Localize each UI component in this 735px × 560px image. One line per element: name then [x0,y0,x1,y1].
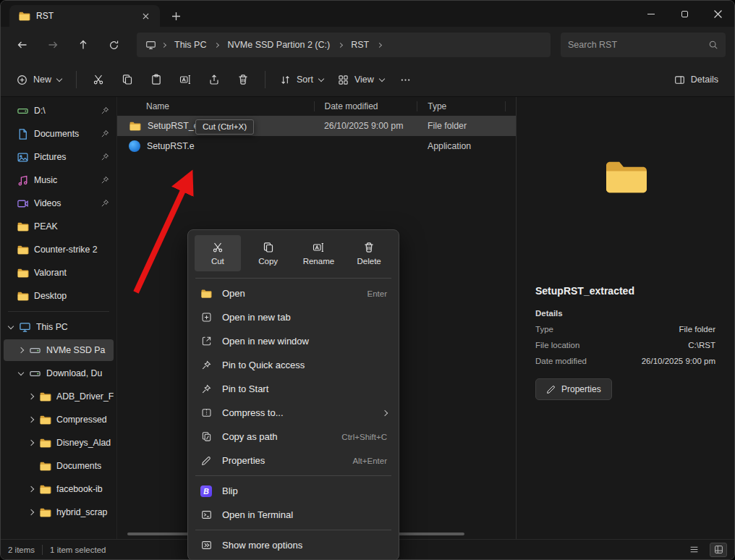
search-icon[interactable] [708,40,718,50]
sidebar-item-disneys-alad[interactable]: Disneys_Alad [4,432,114,454]
context-delete-button[interactable]: Delete [346,235,392,271]
menu-item-label: Open [222,288,358,299]
new-tab-button[interactable] [167,7,184,25]
breadcrumb-drive[interactable]: NVMe SSD Partion 2 (C:) [224,38,333,52]
up-button[interactable] [70,33,96,57]
menu-item-open[interactable]: Open Enter [191,281,396,305]
sidebar-item-nvme-ssd[interactable]: NVMe SSD Pa [4,339,114,361]
folder-open-icon [200,288,213,300]
sidebar-item-desktop[interactable]: Desktop [4,285,114,307]
details-toggle-button[interactable]: Details [668,67,724,92]
large-icons-view-toggle[interactable] [710,543,727,557]
menu-item-show-more-options[interactable]: Show more options [191,533,396,557]
forward-button[interactable] [40,33,66,57]
new-button[interactable]: New [11,67,67,92]
menu-item-open-in-terminal[interactable]: Open in Terminal [191,503,396,527]
copy-button[interactable] [114,67,140,92]
context-menu-quick-actions: Cut Copy Rename Delete [191,233,396,275]
quick-action-label: Cut [211,257,224,266]
file-date-modified: 26/10/2025 9:00 pm [314,121,417,131]
chevron-right-icon[interactable] [28,417,34,423]
explorer-tab[interactable]: RST [9,5,160,27]
properties-button[interactable]: Properties [535,378,612,400]
chevron-right-icon[interactable] [28,394,34,399]
copy-as-path-icon [200,431,213,442]
column-header-size[interactable]: Si [505,101,516,111]
chevron-right-icon [377,42,382,47]
breadcrumb-rst[interactable]: RST [348,38,372,52]
details-field-date-modified: Date modified 26/10/2025 9:00 pm [535,357,715,365]
search-input[interactable] [568,40,708,50]
sidebar-item-documents-folder[interactable]: Documents [4,455,114,477]
menu-item-open-in-new-window[interactable]: Open in new window [191,329,396,353]
chevron-right-icon[interactable] [28,486,34,492]
back-button[interactable] [9,33,35,57]
sidebar-item-download-drive[interactable]: Download, Du [4,362,114,384]
chevron-down-icon [379,75,385,81]
file-row-setuprst-extracted[interactable]: SetupRST_ext 26/10/2025 9:00 pm File fol… [117,116,516,136]
menu-item-pin-to-start[interactable]: Pin to Start [191,377,396,401]
sidebar-item-hybrid-scrap[interactable]: hybrid_scrap [4,501,114,523]
sort-button[interactable]: Sort [274,67,329,92]
details-title: SetupRST_extracted [535,285,734,297]
sidebar-item-peak[interactable]: PEAK [4,216,114,237]
cut-button[interactable] [85,67,111,92]
delete-icon [363,242,375,253]
rename-button[interactable] [172,67,198,92]
command-bar: New Sort View [1,63,734,97]
column-header-type[interactable]: Type [417,101,505,111]
sidebar-item-documents[interactable]: Documents [4,123,114,145]
ellipsis-icon [400,75,411,85]
pictures-icon [17,151,29,164]
sidebar-item-d-drive[interactable]: D:\ [4,100,114,122]
cut-tooltip: Cut (Ctrl+X) [195,119,254,135]
submenu-chevron-icon [382,410,388,415]
sidebar-item-counter-strike-2[interactable]: Counter-strike 2 [4,239,114,260]
chevron-right-icon[interactable] [18,347,24,353]
sidebar-item-adb-driver[interactable]: ADB_Driver_F [4,386,114,407]
chevron-right-icon[interactable] [28,440,34,446]
column-header-date-modified[interactable]: Date modified [314,101,417,111]
sidebar-item-pictures[interactable]: Pictures [4,146,114,168]
sidebar-item-facebook[interactable]: facebook-ib [4,478,114,500]
drive-icon [17,105,29,117]
column-headers: Name Date modified Type Si [117,97,516,116]
details-view-toggle[interactable] [685,543,702,557]
sidebar-item-this-pc[interactable]: This PC [4,316,114,338]
paste-button[interactable] [143,67,169,92]
sidebar-item-valorant[interactable]: Valorant [4,262,114,284]
column-header-name[interactable]: Name [117,101,314,111]
sidebar-item-videos[interactable]: Videos [4,192,114,214]
menu-item-blip[interactable]: B Blip [191,479,396,503]
menu-item-label: Blip [222,485,378,496]
context-rename-button[interactable]: Rename [295,235,341,271]
sidebar-item-compressed[interactable]: Compressed [4,409,114,430]
file-row-setuprst-exe[interactable]: SetupRST.e Application [117,136,516,156]
rename-icon [313,242,324,253]
close-button[interactable] [701,1,734,27]
context-cut-button[interactable]: Cut [195,235,241,271]
sidebar-item-music[interactable]: Music [4,169,114,191]
menu-item-compress-to[interactable]: Compress to... [191,401,396,425]
sidebar-item-label: D:\ [34,106,95,116]
view-button[interactable]: View [332,67,390,92]
menu-item-pin-to-quick-access[interactable]: Pin to Quick access [191,353,396,377]
menu-item-copy-as-path[interactable]: Copy as path Ctrl+Shift+C [191,425,396,449]
menu-item-label: Open in new tab [222,312,378,323]
breadcrumb-this-pc[interactable]: This PC [171,38,209,52]
pin-icon [101,199,109,208]
context-copy-button[interactable]: Copy [245,235,292,271]
tab-close-icon[interactable] [137,7,154,25]
minimize-button[interactable] [634,1,668,27]
menu-item-properties[interactable]: Properties Alt+Enter [191,449,396,472]
maximize-button[interactable] [668,1,701,27]
delete-button[interactable] [230,67,256,92]
share-button[interactable] [201,67,227,92]
more-options-button[interactable] [393,67,419,92]
menu-item-label: Compress to... [222,407,373,418]
menu-item-open-in-new-tab[interactable]: Open in new tab [191,305,396,329]
chevron-right-icon[interactable] [28,509,34,515]
chevron-down-icon[interactable] [18,369,24,375]
refresh-button[interactable] [101,33,127,57]
chevron-down-icon[interactable] [8,323,14,328]
